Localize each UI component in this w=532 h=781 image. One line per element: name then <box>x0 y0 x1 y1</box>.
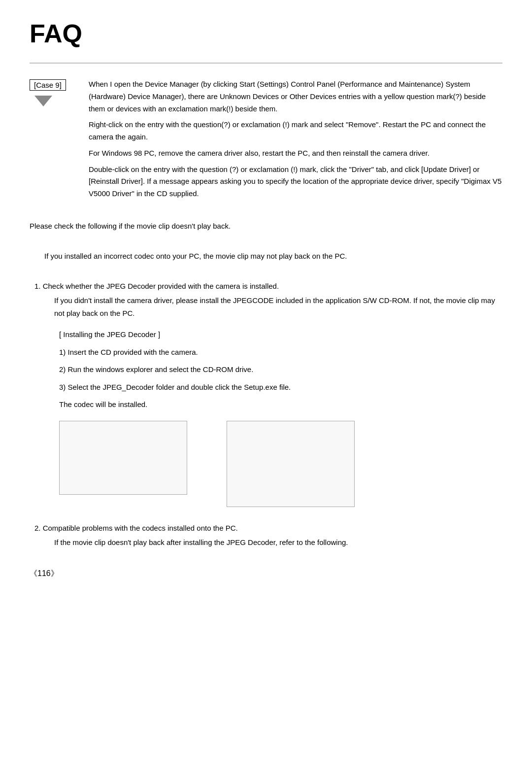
installing-step-2: 2) Run the windows explorer and select t… <box>59 363 502 376</box>
divider <box>30 63 502 64</box>
step2-label: 2. Compatible problems with the codecs i… <box>34 522 502 535</box>
case-line-1: When I open the Device Manager (by click… <box>89 78 502 115</box>
section-intro: Please check the following if the movie … <box>30 220 502 233</box>
case-line-2: Right-click on the entry with the questi… <box>89 119 502 143</box>
screenshot-placeholder-2 <box>227 421 355 507</box>
installing-step-3: 3) Select the JPEG_Decoder folder and do… <box>59 381 502 394</box>
image-row <box>59 421 502 507</box>
case-label: [Case 9] <box>30 79 66 91</box>
step2-detail: If the movie clip doesn't play back afte… <box>54 536 502 549</box>
case-label-container: [Case 9] <box>30 78 79 106</box>
installing-section: [ Installing the JPEG Decoder ] 1) Inser… <box>59 328 502 411</box>
case-9-section: [Case 9] When I open the Device Manager … <box>30 78 502 200</box>
step1-label: 1. Check whether the JPEG Decoder provid… <box>34 280 502 293</box>
case-arrow-icon <box>34 96 52 106</box>
installing-header: [ Installing the JPEG Decoder ] <box>59 328 502 341</box>
case-line-4: Double-click on the entry with the quest… <box>89 164 502 200</box>
movie-clip-section: Please check the following if the movie … <box>30 220 502 549</box>
case-content: When I open the Device Manager (by click… <box>89 78 502 200</box>
installing-step-3-cont: The codec will be installed. <box>59 398 502 411</box>
case-line-3: For Windows 98 PC, remove the camera dri… <box>89 147 502 160</box>
codec-warning: If you installed an incorrect codec onto… <box>44 250 502 263</box>
installing-step-1: 1) Insert the CD provided with the camer… <box>59 346 502 359</box>
screenshot-placeholder-1 <box>59 421 187 495</box>
step1-detail: If you didn't install the camera driver,… <box>54 294 502 319</box>
faq-title: FAQ <box>30 20 502 48</box>
page-number: 《116》 <box>30 569 502 579</box>
